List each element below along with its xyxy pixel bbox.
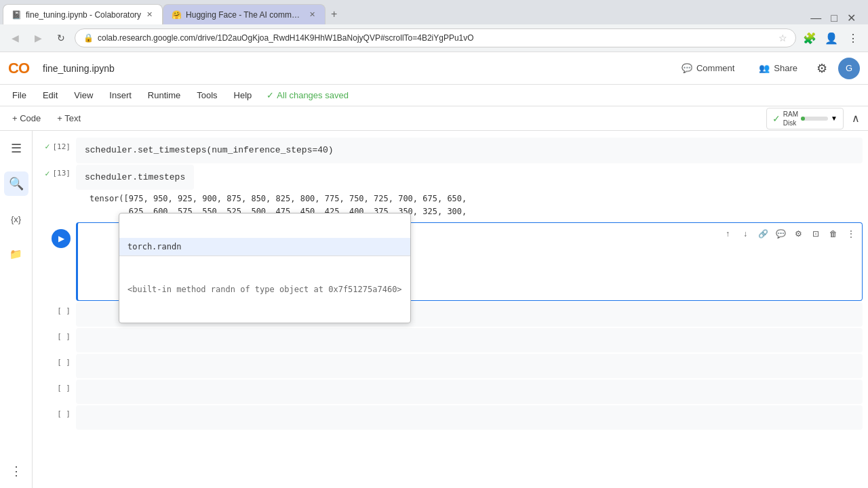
autocomplete-item-2: <built-in method randn of type object at…	[119, 281, 410, 298]
cell-e3-body[interactable]	[76, 354, 863, 378]
cell-12-up[interactable]: ↑	[719, 141, 736, 157]
left-sidebar: ☰ 🔍 {x} 📁 ⋮	[0, 131, 33, 488]
menu-view[interactable]: View	[67, 87, 100, 103]
add-code-button[interactable]: + Code	[5, 110, 47, 126]
star-icon[interactable]: ☆	[778, 33, 787, 43]
cell-active-more[interactable]: ⋮	[843, 226, 859, 242]
reload-button[interactable]: ↻	[52, 28, 71, 47]
cell-12: ✓ [12] scheduler.set_timesteps(num_infer…	[33, 138, 868, 163]
forward-button[interactable]: ▶	[28, 28, 47, 47]
menu-help[interactable]: Help	[227, 87, 259, 103]
cell-active-copy[interactable]: ⊡	[808, 226, 824, 242]
cell-12-body[interactable]: scheduler.set_timesteps(num_inference_st…	[76, 138, 863, 163]
cell-12-gutter: ✓ [12]	[38, 138, 76, 151]
autocomplete-item-1[interactable]: torch.randn	[119, 238, 410, 256]
colab-logo[interactable]: CO	[8, 60, 29, 77]
address-bar[interactable]: 🔒 colab.research.google.com/drive/1D2auO…	[75, 28, 796, 47]
colab-app: CO fine_tuning.ipynb 💬 Comment 👥 Share ⚙…	[0, 52, 868, 488]
tab-hf[interactable]: 🤗 Hugging Face - The AI communi... ✕	[163, 4, 326, 24]
cell-12-number: ✓ [12]	[45, 142, 71, 151]
ram-disk-indicator[interactable]: ✓ RAM Disk ▼	[766, 108, 844, 129]
cell-active-up[interactable]: ↑	[719, 226, 736, 242]
menu-file[interactable]: File	[5, 87, 33, 103]
save-status: ✓ All changes saved	[267, 90, 349, 100]
sidebar-menu-icon[interactable]: ☰	[4, 136, 28, 161]
cell-empty-3: [ ]	[33, 354, 868, 378]
cell-e5-body[interactable]	[76, 405, 863, 430]
cell-e4-num: [ ]	[57, 384, 71, 392]
cell-12-down[interactable]: ↓	[737, 141, 753, 157]
browser-chrome: 📓 fine_tuning.ipynb - Colaboratory ✕ 🤗 H…	[0, 0, 868, 52]
cell-active-delete[interactable]: 🗑	[825, 226, 842, 242]
menu-bar: File Edit View Insert Runtime Tools Help…	[0, 85, 868, 106]
notebook-name[interactable]: fine_tuning.ipynb	[37, 60, 120, 77]
cell-13-link[interactable]: 🔗	[86, 168, 102, 184]
cell-12-comment[interactable]: 💬	[772, 141, 789, 157]
cell-active-body[interactable]: noise = torch.randn(1, 3, 256, 256).to(d…	[76, 222, 863, 301]
tab-colab[interactable]: 📓 fine_tuning.ipynb - Colaboratory ✕	[3, 4, 163, 24]
new-tab-button[interactable]: +	[326, 4, 342, 24]
maximize-button[interactable]: □	[827, 12, 842, 24]
profile-button[interactable]: 👤	[822, 28, 841, 47]
menu-edit[interactable]: Edit	[36, 87, 64, 103]
cell-12-copy[interactable]: ⊡	[808, 141, 824, 157]
people-icon: 👥	[759, 63, 770, 73]
sidebar-files-icon[interactable]: 📁	[4, 242, 28, 266]
cell-e3-num: [ ]	[57, 358, 71, 367]
autocomplete-container: torch.randn <built-in method randn of ty…	[119, 186, 411, 350]
cell-active-down[interactable]: ↓	[737, 226, 753, 242]
cell-12-delete[interactable]: 🗑	[825, 141, 842, 157]
cell-13-check: ✓	[45, 169, 50, 178]
tab-close-hf[interactable]: ✕	[308, 9, 317, 20]
cell-active-actions: ↑ ↓ 🔗 💬 ⚙ ⊡ 🗑 ⋮	[719, 226, 859, 242]
tab-close-colab[interactable]: ✕	[145, 9, 154, 20]
cell-13-body[interactable]: scheduler.timesteps ↑ ↓ 🔗 💬 ⚙ ⊡ 🗑 ⋮	[76, 165, 194, 190]
menu-insert[interactable]: Insert	[102, 87, 138, 103]
settings-button[interactable]: ⚙	[814, 60, 830, 77]
menu-runtime[interactable]: Runtime	[141, 87, 187, 103]
share-button-area[interactable]: 👥 Share	[751, 59, 806, 77]
cell-active-gutter: ▶	[38, 222, 76, 248]
sidebar-search-icon[interactable]: 🔍	[4, 171, 28, 196]
back-button[interactable]: ◀	[5, 28, 24, 47]
minimize-button[interactable]: —	[806, 12, 825, 24]
colab-header: CO fine_tuning.ipynb 💬 Comment 👥 Share ⚙…	[0, 52, 868, 85]
cell-12-settings[interactable]: ⚙	[790, 141, 806, 157]
cell-active-link[interactable]: 🔗	[755, 226, 771, 242]
address-icons: ☆	[778, 33, 787, 43]
cell-13-comment[interactable]: 💬	[104, 168, 120, 184]
cell-e1-num: [ ]	[57, 306, 71, 315]
sidebar-variables-icon[interactable]: {x}	[4, 207, 28, 231]
collapse-button[interactable]: ∧	[849, 109, 863, 127]
cell-13-top: ✓ [13] scheduler.timesteps ↑ ↓ 🔗 💬 ⚙ ⊡	[33, 165, 199, 190]
cell-12-more[interactable]: ⋮	[843, 141, 859, 157]
cell-13-down[interactable]: ↓	[68, 168, 85, 184]
cell-12-link[interactable]: 🔗	[755, 141, 771, 157]
sidebar-more-icon[interactable]: ⋮	[4, 459, 28, 483]
disk-label: Disk	[783, 119, 798, 127]
close-button[interactable]: ✕	[843, 12, 860, 24]
browser-menu[interactable]: ⋮	[844, 28, 863, 47]
menu-tools[interactable]: Tools	[190, 87, 224, 103]
cell-e4-body[interactable]	[76, 380, 863, 404]
comment-button[interactable]: 💬 Comment	[673, 59, 743, 77]
share-label: Share	[774, 63, 797, 73]
extensions-button[interactable]: 🧩	[800, 28, 819, 47]
add-text-button[interactable]: + Text	[50, 110, 87, 126]
dropdown-chevron: ▼	[831, 115, 837, 122]
run-button[interactable]: ▶	[52, 229, 71, 248]
cell-13-delete[interactable]: 🗑	[157, 168, 173, 184]
cell-active-settings[interactable]: ⚙	[790, 226, 806, 242]
cell-13-output-gutter	[38, 190, 81, 221]
cell-12-num-text: [12]	[53, 142, 71, 151]
save-status-text: All changes saved	[277, 90, 349, 100]
cell-e5-gutter: [ ]	[38, 405, 76, 418]
user-avatar[interactable]: G	[838, 58, 860, 79]
cell-13-more[interactable]: ⋮	[174, 168, 191, 184]
autocomplete-dropdown[interactable]: torch.randn <built-in method randn of ty…	[119, 213, 411, 323]
cell-active-comment[interactable]: 💬	[772, 226, 789, 242]
cell-13-copy[interactable]: ⊡	[139, 168, 155, 184]
cell-13-settings[interactable]: ⚙	[121, 168, 138, 184]
cell-13-up[interactable]: ↑	[51, 168, 67, 184]
tab-favicon-hf: 🤗	[172, 10, 182, 20]
